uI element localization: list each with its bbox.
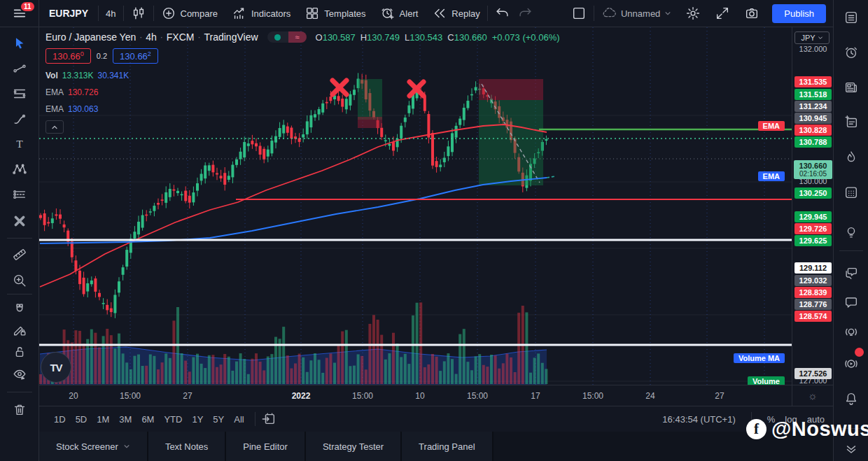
tab-label: Strategy Tester bbox=[323, 441, 384, 452]
legend-collapse-button[interactable] bbox=[46, 120, 64, 134]
snapshot-button[interactable] bbox=[737, 0, 766, 27]
settings-button[interactable] bbox=[678, 0, 708, 27]
sidebar-conversation-button[interactable] bbox=[842, 293, 860, 311]
interval-button[interactable]: 4h bbox=[99, 0, 122, 27]
ema-slow-value: 130.063 bbox=[68, 104, 98, 114]
toolbar-divider bbox=[7, 392, 32, 392]
sidebar-ideas-button[interactable] bbox=[842, 223, 860, 241]
replay-button[interactable]: Replay bbox=[425, 0, 486, 27]
ema-fast-legend-row[interactable]: EMA 130.726 bbox=[46, 87, 560, 97]
scale-corner[interactable]: ☼ bbox=[792, 385, 833, 406]
tab-text-notes[interactable]: Text Notes bbox=[148, 432, 226, 461]
camera-icon bbox=[744, 6, 760, 21]
range-5d-button[interactable]: 5D bbox=[71, 411, 92, 427]
ema-slow-tag[interactable]: EMA bbox=[758, 171, 785, 181]
indicators-button[interactable]: Indicators bbox=[225, 0, 298, 27]
bottom-left-corner bbox=[0, 432, 39, 461]
ema-fast-tag[interactable]: EMA bbox=[758, 121, 785, 131]
currency-unit-button[interactable]: JPY bbox=[794, 31, 830, 44]
layout-select-button[interactable] bbox=[564, 0, 594, 27]
fib-retracement-tool[interactable] bbox=[10, 85, 29, 103]
sidebar-hotlists-button[interactable] bbox=[842, 148, 860, 166]
tab-pine-editor[interactable]: Pine Editor bbox=[226, 432, 306, 461]
sidebar-news-button[interactable] bbox=[842, 78, 860, 97]
range-all-button[interactable]: All bbox=[229, 411, 248, 427]
undo-icon bbox=[495, 6, 510, 21]
zoom-in-tool[interactable] bbox=[10, 271, 29, 290]
market-status-toggle[interactable]: ≈ bbox=[267, 31, 307, 43]
volume-legend-row[interactable]: Vol 13.313K 30.341K bbox=[46, 71, 560, 80]
chart-pane[interactable]: Euro / Japanese Yen · 4h · FXCM · Tradin… bbox=[39, 27, 792, 406]
tradingview-logo[interactable]: TV bbox=[41, 352, 71, 383]
remove-drawing-tool[interactable] bbox=[10, 212, 29, 230]
tab-trading-panel[interactable]: Trading Panel bbox=[402, 432, 493, 461]
stream-watermark: f @Noswus bbox=[746, 418, 868, 441]
sidebar-streams-button[interactable] bbox=[842, 323, 860, 341]
magnet-tool[interactable] bbox=[10, 300, 29, 318]
range-3m-button[interactable]: 3M bbox=[114, 411, 136, 427]
redo-button[interactable] bbox=[517, 0, 540, 27]
range-1y-button[interactable]: 1Y bbox=[187, 411, 208, 427]
trash-tool[interactable] bbox=[10, 401, 29, 419]
price-label: 131.535 bbox=[794, 76, 832, 87]
sidebar-text-notes-button[interactable] bbox=[842, 113, 860, 132]
symbol-search-button[interactable]: EURJPY bbox=[39, 0, 98, 27]
publish-button[interactable]: Publish bbox=[772, 4, 826, 23]
toolbar-divider bbox=[7, 294, 32, 295]
price-label: 129.726 bbox=[794, 223, 832, 234]
cursor-tool[interactable] bbox=[10, 34, 29, 52]
sidebar-notifications-button[interactable] bbox=[842, 390, 860, 408]
templates-grid-icon bbox=[304, 6, 320, 21]
compare-button[interactable]: Compare bbox=[154, 0, 225, 27]
cloud-layout-button[interactable]: Unnamed bbox=[594, 0, 678, 27]
time-label: 10 bbox=[415, 391, 424, 401]
main-menu-button[interactable]: 11 bbox=[0, 0, 39, 27]
range-1m-button[interactable]: 1M bbox=[92, 411, 114, 427]
price-label: 128.839 bbox=[794, 287, 832, 298]
approx-price-indicator: ≈ bbox=[288, 31, 307, 43]
drawing-mode-tool[interactable] bbox=[10, 321, 29, 339]
sidebar-alerts-button[interactable] bbox=[842, 43, 860, 62]
sell-button[interactable]: 130.660 bbox=[46, 48, 91, 64]
chevron-down-icon bbox=[664, 10, 671, 17]
time-axis[interactable]: ☼ 2015:0027202215:001015:001715:002427 bbox=[39, 385, 833, 406]
range-5y-button[interactable]: 5Y bbox=[208, 411, 229, 427]
go-to-date-icon[interactable] bbox=[261, 411, 276, 427]
hide-drawings-tool[interactable] bbox=[10, 365, 29, 383]
range-ytd-button[interactable]: YTD bbox=[159, 411, 187, 427]
fullscreen-button[interactable] bbox=[708, 0, 737, 27]
ema-slow-legend-row[interactable]: EMA 130.063 bbox=[46, 104, 560, 114]
current-price-label: 130.66002:16:05 bbox=[794, 160, 832, 179]
tab-strategy-tester[interactable]: Strategy Tester bbox=[306, 432, 402, 461]
xabcd-pattern-tool[interactable] bbox=[10, 160, 29, 178]
alarm-clock-add-icon bbox=[380, 6, 396, 21]
clock[interactable]: 16:43:54 (UTC+1) bbox=[662, 414, 735, 425]
symbol-legend-row[interactable]: Euro / Japanese Yen · 4h · FXCM · Tradin… bbox=[46, 31, 560, 43]
text-tool[interactable]: T bbox=[10, 135, 29, 153]
sidebar-watchlist-button[interactable] bbox=[842, 8, 860, 27]
chevron-up-icon bbox=[50, 123, 59, 132]
volume-ma-tag[interactable]: Volume MA bbox=[734, 353, 785, 363]
chart-style-button[interactable] bbox=[124, 0, 153, 27]
lock-drawings-tool[interactable] bbox=[10, 343, 29, 361]
templates-button[interactable]: Templates bbox=[298, 0, 372, 27]
alert-button[interactable]: Alert bbox=[373, 0, 426, 27]
buy-button[interactable]: 130.662 bbox=[113, 48, 158, 64]
sidebar-live-button[interactable] bbox=[842, 355, 860, 373]
brush-tool[interactable] bbox=[10, 110, 29, 128]
trend-line-tool[interactable] bbox=[10, 59, 29, 78]
sidebar-calendar-button[interactable] bbox=[842, 183, 860, 201]
tab-stock-screener[interactable]: Stock Screener bbox=[39, 432, 148, 461]
bottom-toolbar: 1D5D1M3M6MYTD1Y5YAll 16:43:54 (UTC+1) % … bbox=[39, 406, 833, 432]
range-1d-button[interactable]: 1D bbox=[49, 411, 71, 427]
ruler-tool[interactable] bbox=[10, 246, 29, 264]
long-position-tool[interactable] bbox=[10, 185, 29, 204]
price-scale[interactable]: JPY 132.000130.000128.000127.000131.5351… bbox=[792, 27, 833, 406]
price-label: 128.574 bbox=[794, 311, 832, 322]
undo-button[interactable] bbox=[488, 0, 517, 27]
sidebar-collapse-button[interactable] bbox=[842, 440, 860, 458]
price-label: 129.112 bbox=[794, 262, 832, 274]
sidebar-chats-button[interactable] bbox=[842, 264, 860, 282]
range-6m-button[interactable]: 6M bbox=[136, 411, 159, 427]
price-label: 128.776 bbox=[794, 299, 832, 310]
